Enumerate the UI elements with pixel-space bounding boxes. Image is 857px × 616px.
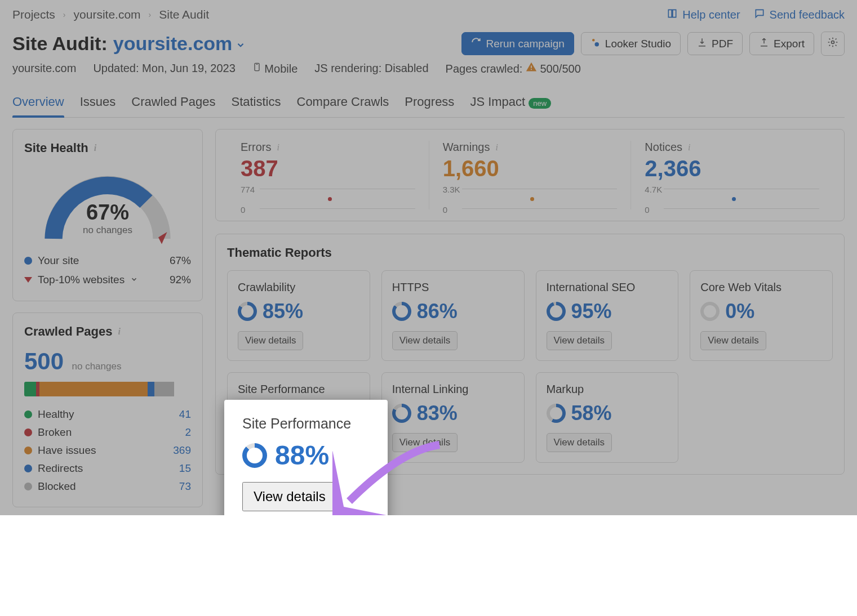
send-feedback-link[interactable]: Send feedback: [754, 8, 845, 22]
thematic-card-title: HTTPS: [392, 281, 514, 294]
summary-value: 2,366: [645, 156, 819, 181]
thematic-pct: 95%: [571, 300, 612, 323]
summary-col-warnings[interactable]: Warnings i 1,660 3.3K 0: [429, 141, 632, 209]
view-details-button[interactable]: View details: [392, 331, 458, 350]
summary-title: Notices: [645, 141, 682, 154]
legend-value: 369: [173, 444, 191, 457]
thematic-card-https: HTTPS 86% View details: [381, 270, 525, 361]
info-icon[interactable]: i: [94, 143, 96, 153]
export-button[interactable]: Export: [749, 32, 814, 55]
summary-col-notices[interactable]: Notices i 2,366 4.7K 0: [631, 141, 833, 209]
svg-point-2: [832, 41, 834, 44]
breadcrumb-projects[interactable]: Projects: [12, 8, 55, 21]
donut-icon: [547, 302, 566, 321]
breadcrumb-audit[interactable]: Site Audit: [159, 8, 209, 21]
legend-row[interactable]: Healthy 41: [24, 405, 191, 423]
tab-statistics[interactable]: Statistics: [231, 90, 281, 117]
download-icon: [697, 37, 707, 50]
thematic-card-core-web-vitals: Core Web Vitals 0% View details: [690, 270, 833, 361]
chevron-down-icon: [130, 274, 138, 286]
tab-js-impact[interactable]: JS Impact new: [470, 90, 551, 117]
tabs: Overview Issues Crawled Pages Statistics…: [12, 90, 845, 118]
export-label: Export: [774, 38, 805, 50]
legend-row[interactable]: Broken 2: [24, 423, 191, 441]
dot-icon: [24, 257, 32, 265]
donut-icon: [242, 443, 267, 468]
summary-value: 387: [241, 156, 415, 181]
summary-value: 1,660: [443, 156, 618, 181]
info-icon[interactable]: i: [688, 142, 690, 153]
legend-label: Your site: [38, 255, 79, 267]
site-selector[interactable]: yoursite.com: [113, 33, 246, 55]
donut-icon: [547, 404, 566, 423]
crawled-legend: Healthy 41 Broken 2 Have issues 369 Redi…: [24, 405, 191, 496]
breadcrumb-site[interactable]: yoursite.com: [74, 8, 141, 21]
view-details-button[interactable]: View details: [700, 331, 766, 350]
legend-row[interactable]: Blocked 73: [24, 477, 191, 496]
thematic-card-title: Site Performance: [238, 383, 359, 396]
tab-crawled-pages[interactable]: Crawled Pages: [131, 90, 215, 117]
thematic-card-title: Internal Linking: [392, 383, 514, 396]
settings-button[interactable]: [821, 32, 845, 56]
thematic-pct: 86%: [417, 300, 458, 323]
health-sub: no changes: [83, 225, 132, 236]
crawled-pages-card: Crawled Pages i 500 no changes Healthy 4…: [12, 313, 203, 507]
dot-icon: [24, 428, 32, 436]
dot-icon: [24, 465, 32, 472]
meta-row: yoursite.com Updated: Mon, Jun 19, 2023 …: [12, 61, 845, 75]
highlight-title: Site Performance: [242, 416, 370, 432]
pdf-button[interactable]: PDF: [687, 32, 743, 55]
thematic-pct: 0%: [725, 300, 754, 323]
legend-top10[interactable]: Top-10% websites 92%: [24, 270, 191, 289]
thematic-card-internal-linking: Internal Linking 83% View details: [381, 372, 525, 463]
meta-updated: Updated: Mon, Jun 19, 2023: [93, 62, 235, 75]
chevron-right-icon: ›: [63, 10, 66, 19]
meta-crawled: Pages crawled: 500/500: [446, 61, 581, 75]
svg-point-0: [592, 39, 595, 42]
legend-row[interactable]: Have issues 369: [24, 441, 191, 459]
site-performance-highlight: Site Performance 88% View details: [224, 400, 388, 515]
mini-chart: 3.3K 0: [443, 187, 618, 209]
view-details-button[interactable]: View details: [238, 331, 303, 350]
site-health-title: Site Health: [24, 141, 88, 155]
crawled-distribution-bar: [24, 382, 191, 396]
info-icon[interactable]: i: [118, 327, 121, 337]
thematic-card-title: Core Web Vitals: [700, 281, 822, 294]
view-details-button[interactable]: View details: [242, 482, 337, 511]
gear-icon: [827, 37, 838, 51]
view-details-button[interactable]: View details: [547, 331, 612, 350]
legend-label: Redirects: [38, 462, 83, 475]
help-center-label: Help center: [682, 8, 740, 21]
highlight-pct: 88%: [275, 440, 329, 471]
tab-overview[interactable]: Overview: [12, 90, 64, 117]
site-health-card: Site Health i 67% no changes: [12, 129, 203, 301]
thematic-pct: 83%: [417, 401, 458, 425]
rerun-campaign-button[interactable]: Rerun campaign: [461, 32, 574, 55]
action-bar: Rerun campaign Looker Studio PDF Export: [461, 32, 845, 56]
tab-progress[interactable]: Progress: [405, 90, 454, 117]
meta-js: JS rendering: Disabled: [314, 62, 428, 75]
health-gauge: 67% no changes: [24, 164, 191, 243]
dot-icon: [24, 447, 32, 454]
warning-icon: [526, 63, 540, 75]
help-center-link[interactable]: Help center: [667, 8, 740, 22]
health-legend: Your site 67% Top-10% websites 92%: [24, 251, 191, 289]
thematic-card-crawlability: Crawlability 85% View details: [227, 270, 370, 361]
thematic-card-title: International SEO: [547, 281, 668, 294]
info-icon[interactable]: i: [495, 142, 498, 153]
meta-crawled-label: Pages crawled:: [446, 63, 523, 75]
legend-label: Top-10% websites: [38, 274, 125, 286]
donut-icon: [392, 302, 411, 321]
legend-value: 2: [185, 426, 191, 439]
summary-col-errors[interactable]: Errors i 387 774 0: [227, 141, 429, 209]
view-details-button[interactable]: View details: [547, 433, 612, 452]
issues-summary-card: Errors i 387 774 0 Warnings i 1,660 3.3K…: [215, 129, 845, 221]
legend-row[interactable]: Redirects 15: [24, 459, 191, 477]
tab-js-impact-label: JS Impact: [470, 95, 525, 109]
tab-issues[interactable]: Issues: [80, 90, 116, 117]
looker-studio-button[interactable]: Looker Studio: [581, 32, 681, 55]
view-details-button[interactable]: View details: [392, 433, 458, 452]
tab-compare-crawls[interactable]: Compare Crawls: [297, 90, 389, 117]
info-icon[interactable]: i: [277, 142, 279, 153]
crawled-sub: no changes: [72, 361, 122, 372]
